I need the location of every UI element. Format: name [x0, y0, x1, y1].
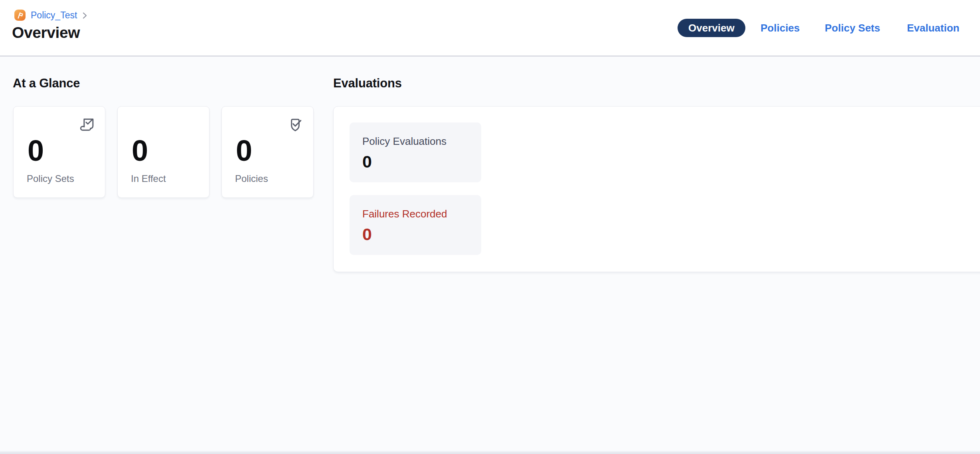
policy-evaluations-tile: Policy Evaluations 0: [350, 122, 481, 182]
stat-value: 0: [28, 136, 44, 166]
tile-value: 0: [362, 152, 468, 171]
failures-recorded-tile: Failures Recorded 0: [350, 195, 481, 255]
stat-label: Policies: [235, 173, 268, 185]
tile-value: 0: [362, 225, 468, 243]
policies-stat-card: 0 Policies: [221, 106, 314, 198]
at-a-glance-title: At a Glance: [13, 77, 80, 90]
policy-sets-stat-card: 0 Policy Sets: [13, 106, 105, 198]
tile-label: Failures Recorded: [362, 207, 468, 221]
evaluations-card: Policy Evaluations 0 Failures Recorded 0: [333, 106, 980, 272]
shield-check-icon: [286, 116, 304, 133]
evaluations-title: Evaluations: [333, 77, 402, 90]
tab-policy-sets[interactable]: Policy Sets: [825, 23, 880, 33]
stat-label: Policy Sets: [27, 173, 74, 185]
window-bottom-edge: [0, 450, 980, 454]
stat-value: 0: [236, 136, 252, 166]
at-a-glance-cards: 0 Policy Sets 0 In Effect 0 Policies: [13, 106, 314, 198]
tab-overview[interactable]: Overview: [678, 19, 745, 37]
policy-scroll-check-icon: [78, 116, 96, 133]
tile-label: Policy Evaluations: [362, 135, 468, 148]
top-navigation: Overview Policies Policy Sets Evaluation: [0, 0, 980, 55]
policy-overview-page: Policy_Test Overview Overview Policies P…: [0, 0, 980, 454]
stat-label: In Effect: [131, 173, 166, 185]
tab-policies[interactable]: Policies: [761, 23, 800, 33]
in-effect-stat-card: 0 In Effect: [117, 106, 209, 198]
stat-value: 0: [132, 136, 148, 166]
tab-evaluation[interactable]: Evaluation: [907, 23, 959, 33]
page-header: Policy_Test Overview Overview Policies P…: [0, 0, 980, 57]
